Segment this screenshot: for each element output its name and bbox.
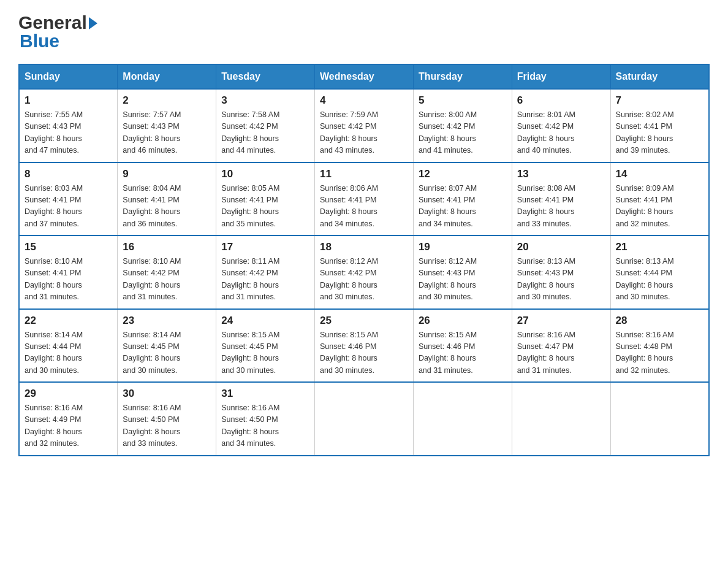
day-number: 22 <box>25 315 112 327</box>
day-number: 23 <box>123 315 211 327</box>
calendar-week-row: 29 Sunrise: 8:16 AM Sunset: 4:49 PM Dayl… <box>19 382 709 456</box>
day-number: 29 <box>25 388 112 400</box>
day-number: 26 <box>419 315 507 327</box>
calendar-week-row: 8 Sunrise: 8:03 AM Sunset: 4:41 PM Dayli… <box>19 163 709 236</box>
day-number: 18 <box>320 241 408 253</box>
day-number: 25 <box>320 315 408 327</box>
calendar-day-cell: 12 Sunrise: 8:07 AM Sunset: 4:41 PM Dayl… <box>413 163 512 236</box>
day-info: Sunrise: 8:05 AM Sunset: 4:41 PM Dayligh… <box>221 183 309 231</box>
calendar-day-cell: 13 Sunrise: 8:08 AM Sunset: 4:41 PM Dayl… <box>512 163 610 236</box>
calendar-day-cell: 11 Sunrise: 8:06 AM Sunset: 4:41 PM Dayl… <box>315 163 414 236</box>
calendar-header-row: SundayMondayTuesdayWednesdayThursdayFrid… <box>19 64 709 89</box>
day-number: 20 <box>517 241 605 253</box>
logo-arrow-icon <box>89 17 97 29</box>
day-number: 1 <box>25 94 112 107</box>
day-number: 5 <box>419 94 507 107</box>
day-number: 6 <box>517 94 605 107</box>
calendar-day-cell <box>610 382 709 456</box>
calendar-day-cell <box>315 382 414 456</box>
day-number: 17 <box>221 241 309 253</box>
calendar-week-row: 22 Sunrise: 8:14 AM Sunset: 4:44 PM Dayl… <box>19 309 709 383</box>
logo-blue: Blue <box>20 31 59 51</box>
calendar-day-cell: 25 Sunrise: 8:15 AM Sunset: 4:46 PM Dayl… <box>315 309 414 383</box>
day-number: 27 <box>517 315 605 327</box>
day-number: 19 <box>419 241 507 253</box>
day-info: Sunrise: 8:10 AM Sunset: 4:42 PM Dayligh… <box>123 256 211 304</box>
calendar-day-cell: 3 Sunrise: 7:58 AM Sunset: 4:42 PM Dayli… <box>216 89 315 163</box>
day-number: 9 <box>123 168 211 180</box>
day-info: Sunrise: 7:57 AM Sunset: 4:43 PM Dayligh… <box>123 109 211 157</box>
day-info: Sunrise: 8:16 AM Sunset: 4:50 PM Dayligh… <box>221 402 309 450</box>
day-info: Sunrise: 8:14 AM Sunset: 4:44 PM Dayligh… <box>25 329 112 377</box>
calendar-day-cell: 8 Sunrise: 8:03 AM Sunset: 4:41 PM Dayli… <box>19 163 118 236</box>
weekday-header-saturday: Saturday <box>610 64 709 89</box>
day-info: Sunrise: 8:13 AM Sunset: 4:44 PM Dayligh… <box>616 256 703 304</box>
calendar-day-cell: 21 Sunrise: 8:13 AM Sunset: 4:44 PM Dayl… <box>610 236 709 309</box>
weekday-header-wednesday: Wednesday <box>315 64 414 89</box>
day-number: 13 <box>517 168 605 180</box>
calendar-day-cell <box>512 382 610 456</box>
logo: General Blue <box>18 12 97 52</box>
day-info: Sunrise: 8:12 AM Sunset: 4:43 PM Dayligh… <box>419 256 507 304</box>
calendar-day-cell: 4 Sunrise: 7:59 AM Sunset: 4:42 PM Dayli… <box>315 89 414 163</box>
day-number: 24 <box>221 315 309 327</box>
calendar-day-cell: 20 Sunrise: 8:13 AM Sunset: 4:43 PM Dayl… <box>512 236 610 309</box>
day-info: Sunrise: 8:16 AM Sunset: 4:47 PM Dayligh… <box>517 329 605 377</box>
day-number: 21 <box>616 241 703 253</box>
calendar-day-cell: 26 Sunrise: 8:15 AM Sunset: 4:46 PM Dayl… <box>413 309 512 383</box>
weekday-header-sunday: Sunday <box>19 64 118 89</box>
calendar-day-cell: 23 Sunrise: 8:14 AM Sunset: 4:45 PM Dayl… <box>118 309 216 383</box>
day-number: 7 <box>616 94 703 107</box>
day-info: Sunrise: 8:14 AM Sunset: 4:45 PM Dayligh… <box>123 329 211 377</box>
calendar-day-cell: 14 Sunrise: 8:09 AM Sunset: 4:41 PM Dayl… <box>610 163 709 236</box>
day-number: 12 <box>419 168 507 180</box>
day-number: 15 <box>25 241 112 253</box>
day-info: Sunrise: 8:16 AM Sunset: 4:48 PM Dayligh… <box>616 329 703 377</box>
day-info: Sunrise: 7:58 AM Sunset: 4:42 PM Dayligh… <box>221 109 309 157</box>
day-info: Sunrise: 7:59 AM Sunset: 4:42 PM Dayligh… <box>320 109 408 157</box>
day-number: 11 <box>320 168 408 180</box>
day-info: Sunrise: 8:16 AM Sunset: 4:50 PM Dayligh… <box>123 402 211 450</box>
day-info: Sunrise: 8:11 AM Sunset: 4:42 PM Dayligh… <box>221 256 309 304</box>
logo-general: General <box>18 12 87 33</box>
day-number: 4 <box>320 94 408 107</box>
weekday-header-tuesday: Tuesday <box>216 64 315 89</box>
day-info: Sunrise: 8:01 AM Sunset: 4:42 PM Dayligh… <box>517 109 605 157</box>
calendar-day-cell: 30 Sunrise: 8:16 AM Sunset: 4:50 PM Dayl… <box>118 382 216 456</box>
calendar-day-cell: 10 Sunrise: 8:05 AM Sunset: 4:41 PM Dayl… <box>216 163 315 236</box>
day-info: Sunrise: 8:08 AM Sunset: 4:41 PM Dayligh… <box>517 183 605 231</box>
day-info: Sunrise: 8:02 AM Sunset: 4:41 PM Dayligh… <box>616 109 703 157</box>
calendar-day-cell: 1 Sunrise: 7:55 AM Sunset: 4:43 PM Dayli… <box>19 89 118 163</box>
day-info: Sunrise: 8:15 AM Sunset: 4:46 PM Dayligh… <box>320 329 408 377</box>
calendar-table: SundayMondayTuesdayWednesdayThursdayFrid… <box>18 64 710 456</box>
calendar-day-cell: 29 Sunrise: 8:16 AM Sunset: 4:49 PM Dayl… <box>19 382 118 456</box>
day-info: Sunrise: 8:03 AM Sunset: 4:41 PM Dayligh… <box>25 183 112 231</box>
calendar-day-cell: 19 Sunrise: 8:12 AM Sunset: 4:43 PM Dayl… <box>413 236 512 309</box>
calendar-day-cell: 22 Sunrise: 8:14 AM Sunset: 4:44 PM Dayl… <box>19 309 118 383</box>
calendar-day-cell: 16 Sunrise: 8:10 AM Sunset: 4:42 PM Dayl… <box>118 236 216 309</box>
calendar-day-cell: 15 Sunrise: 8:10 AM Sunset: 4:41 PM Dayl… <box>19 236 118 309</box>
calendar-week-row: 15 Sunrise: 8:10 AM Sunset: 4:41 PM Dayl… <box>19 236 709 309</box>
calendar-day-cell <box>413 382 512 456</box>
day-number: 31 <box>221 388 309 400</box>
day-info: Sunrise: 8:12 AM Sunset: 4:42 PM Dayligh… <box>320 256 408 304</box>
calendar-day-cell: 28 Sunrise: 8:16 AM Sunset: 4:48 PM Dayl… <box>610 309 709 383</box>
day-number: 28 <box>616 315 703 327</box>
day-number: 8 <box>25 168 112 180</box>
day-number: 3 <box>221 94 309 107</box>
calendar-week-row: 1 Sunrise: 7:55 AM Sunset: 4:43 PM Dayli… <box>19 89 709 163</box>
day-info: Sunrise: 8:16 AM Sunset: 4:49 PM Dayligh… <box>25 402 112 450</box>
day-info: Sunrise: 8:13 AM Sunset: 4:43 PM Dayligh… <box>517 256 605 304</box>
calendar-day-cell: 31 Sunrise: 8:16 AM Sunset: 4:50 PM Dayl… <box>216 382 315 456</box>
day-number: 2 <box>123 94 211 107</box>
day-info: Sunrise: 8:10 AM Sunset: 4:41 PM Dayligh… <box>25 256 112 304</box>
day-info: Sunrise: 8:00 AM Sunset: 4:42 PM Dayligh… <box>419 109 507 157</box>
day-info: Sunrise: 8:07 AM Sunset: 4:41 PM Dayligh… <box>419 183 507 231</box>
day-info: Sunrise: 8:06 AM Sunset: 4:41 PM Dayligh… <box>320 183 408 231</box>
weekday-header-thursday: Thursday <box>413 64 512 89</box>
calendar-day-cell: 24 Sunrise: 8:15 AM Sunset: 4:45 PM Dayl… <box>216 309 315 383</box>
calendar-day-cell: 2 Sunrise: 7:57 AM Sunset: 4:43 PM Dayli… <box>118 89 216 163</box>
day-info: Sunrise: 8:09 AM Sunset: 4:41 PM Dayligh… <box>616 183 703 231</box>
calendar-day-cell: 18 Sunrise: 8:12 AM Sunset: 4:42 PM Dayl… <box>315 236 414 309</box>
day-info: Sunrise: 8:15 AM Sunset: 4:45 PM Dayligh… <box>221 329 309 377</box>
